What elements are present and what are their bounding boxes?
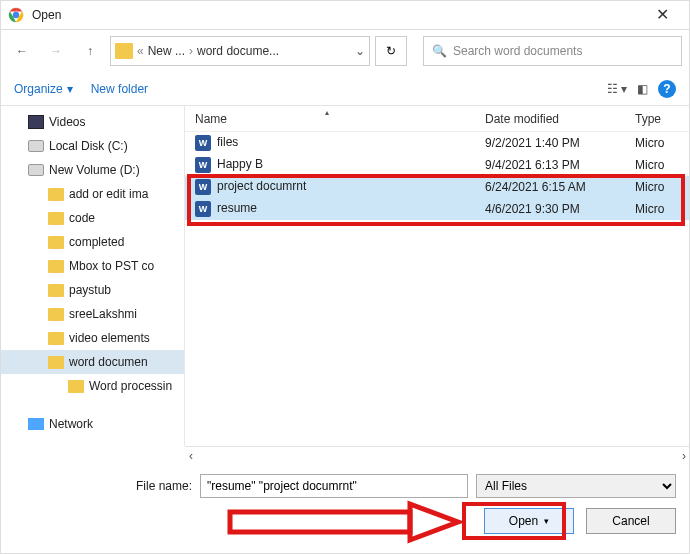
file-name: resume — [217, 201, 257, 215]
folder-icon — [48, 188, 64, 201]
tree-item[interactable]: Word processin — [0, 374, 184, 398]
tree-item[interactable]: completed — [0, 230, 184, 254]
file-name: project documrnt — [217, 179, 306, 193]
file-list[interactable]: Wfiles9/2/2021 1:40 PMMicroWHappy B9/4/2… — [185, 132, 690, 220]
breadcrumb-2[interactable]: word docume... — [197, 44, 279, 58]
tree-item[interactable]: Mbox to PST co — [0, 254, 184, 278]
folder-icon — [48, 284, 64, 297]
help-icon[interactable]: ? — [658, 80, 676, 98]
tree-item-label: Local Disk (C:) — [49, 139, 128, 153]
search-icon: 🔍 — [432, 44, 447, 58]
net-icon — [28, 418, 44, 430]
tree-item-label: Videos — [49, 115, 85, 129]
refresh-button[interactable]: ↻ — [375, 36, 407, 66]
folder-icon — [115, 43, 133, 59]
tree-item[interactable]: video elements — [0, 326, 184, 350]
organize-label: Organize — [14, 82, 63, 96]
tree-item[interactable]: code — [0, 206, 184, 230]
svg-point-1 — [13, 11, 19, 17]
tree-item-label: word documen — [69, 355, 148, 369]
search-input[interactable]: 🔍 Search word documents — [423, 36, 682, 66]
open-button-label: Open — [509, 514, 538, 528]
filename-input[interactable] — [200, 474, 468, 498]
window-title: Open — [32, 8, 642, 22]
tree-item-label: New Volume (D:) — [49, 163, 140, 177]
tree-item[interactable]: paystub — [0, 278, 184, 302]
file-type: Micro — [625, 136, 690, 150]
breadcrumb-1[interactable]: New ... — [148, 44, 185, 58]
column-name[interactable]: Name — [185, 112, 475, 126]
file-date: 9/2/2021 1:40 PM — [475, 136, 625, 150]
file-row[interactable]: WHappy B9/4/2021 6:13 PMMicro — [185, 154, 690, 176]
folder-icon — [48, 308, 64, 321]
tree-item-label: Network — [49, 417, 93, 431]
tree-item-label: video elements — [69, 331, 150, 345]
folder-icon — [48, 332, 64, 345]
file-type: Micro — [625, 180, 690, 194]
file-date: 9/4/2021 6:13 PM — [475, 158, 625, 172]
chevron-down-icon: ▾ — [67, 82, 73, 96]
disk-icon — [28, 140, 44, 152]
app-icon — [8, 7, 24, 23]
tree-item-label: sreeLakshmi — [69, 307, 137, 321]
column-headers[interactable]: ▴ Name Date modified Type — [185, 106, 690, 132]
new-folder-button[interactable]: New folder — [91, 82, 148, 96]
breadcrumb-overflow: « — [137, 44, 144, 58]
file-row[interactable]: Wresume4/6/2021 9:30 PMMicro — [185, 198, 690, 220]
file-name: files — [217, 135, 238, 149]
tree-item-label: Word processin — [89, 379, 172, 393]
column-type[interactable]: Type — [625, 112, 690, 126]
folder-icon — [48, 212, 64, 225]
tree-item-label: paystub — [69, 283, 111, 297]
file-row[interactable]: Wproject documrnt6/24/2021 6:15 AMMicro — [185, 176, 690, 198]
open-split-icon[interactable]: ▾ — [544, 516, 549, 526]
address-bar[interactable]: « New ... › word docume... ⌄ — [110, 36, 370, 66]
word-icon: W — [195, 157, 211, 173]
tree-item-label: completed — [69, 235, 124, 249]
tree-item[interactable]: Videos — [0, 110, 184, 134]
organize-menu[interactable]: Organize ▾ — [14, 82, 73, 96]
sort-indicator-icon: ▴ — [325, 108, 329, 117]
filetype-filter[interactable]: All Files — [476, 474, 676, 498]
preview-pane-button[interactable]: ◧ — [637, 82, 648, 96]
column-date[interactable]: Date modified — [475, 112, 625, 126]
up-button[interactable]: ↑ — [76, 37, 104, 65]
word-icon: W — [195, 179, 211, 195]
view-menu[interactable]: ☷ ▾ — [607, 82, 627, 96]
file-date: 6/24/2021 6:15 AM — [475, 180, 625, 194]
tree-item[interactable]: sreeLakshmi — [0, 302, 184, 326]
word-icon: W — [195, 201, 211, 217]
tree-item[interactable]: add or edit ima — [0, 182, 184, 206]
folder-icon — [68, 380, 84, 393]
back-button[interactable]: ← — [8, 37, 36, 65]
file-type: Micro — [625, 202, 690, 216]
folder-icon — [48, 356, 64, 369]
filename-label: File name: — [14, 479, 192, 493]
horizontal-scrollbar[interactable]: ‹ › — [185, 446, 690, 464]
chevron-right-icon: › — [189, 44, 193, 58]
video-icon — [28, 115, 44, 129]
disk-icon — [28, 164, 44, 176]
search-placeholder: Search word documents — [453, 44, 582, 58]
folder-tree[interactable]: VideosLocal Disk (C:)New Volume (D:)add … — [0, 106, 185, 446]
tree-item-label: add or edit ima — [69, 187, 148, 201]
forward-button: → — [42, 37, 70, 65]
word-icon: W — [195, 135, 211, 151]
tree-item-label: Mbox to PST co — [69, 259, 154, 273]
scroll-left-icon[interactable]: ‹ — [189, 449, 193, 463]
open-button[interactable]: Open ▾ — [484, 508, 574, 534]
tree-item-label: code — [69, 211, 95, 225]
close-icon[interactable]: ✕ — [642, 5, 682, 24]
tree-item[interactable]: word documen — [0, 350, 184, 374]
folder-icon — [48, 260, 64, 273]
file-name: Happy B — [217, 157, 263, 171]
tree-item[interactable]: Local Disk (C:) — [0, 134, 184, 158]
scroll-right-icon[interactable]: › — [682, 449, 686, 463]
tree-item[interactable]: Network — [0, 412, 184, 436]
file-row[interactable]: Wfiles9/2/2021 1:40 PMMicro — [185, 132, 690, 154]
chevron-down-icon[interactable]: ⌄ — [355, 44, 365, 58]
file-type: Micro — [625, 158, 690, 172]
file-date: 4/6/2021 9:30 PM — [475, 202, 625, 216]
cancel-button[interactable]: Cancel — [586, 508, 676, 534]
tree-item[interactable]: New Volume (D:) — [0, 158, 184, 182]
